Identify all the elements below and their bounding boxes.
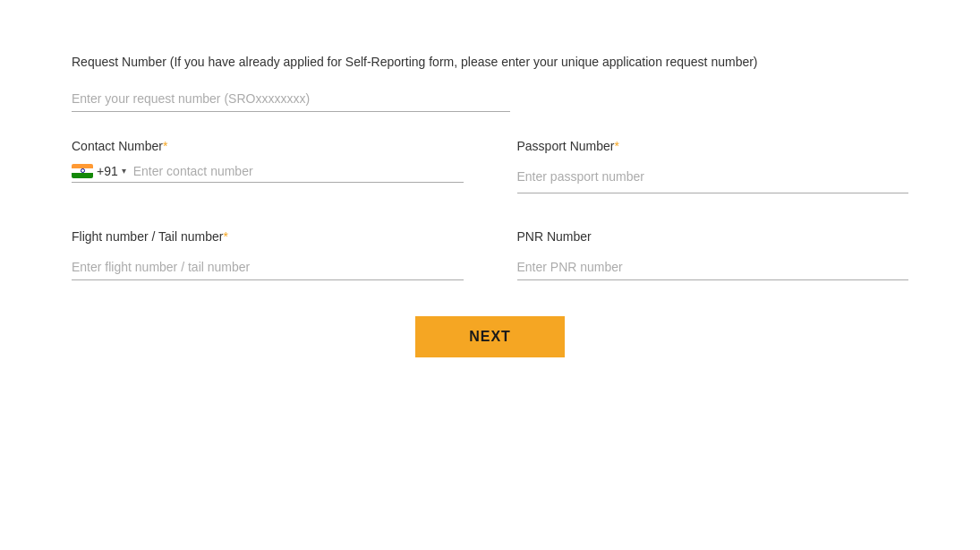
- pnr-field-group: PNR Number: [517, 229, 909, 280]
- form-container: Request Number (If you have already appl…: [72, 54, 908, 357]
- pnr-number-input[interactable]: [517, 254, 909, 280]
- next-button-wrapper: NEXT: [72, 316, 908, 357]
- flight-pnr-row: Flight number / Tail number* PNR Number: [72, 229, 908, 280]
- flight-label: Flight number / Tail number*: [72, 229, 464, 244]
- contact-field-group: Contact Number* +91 ▾: [72, 139, 464, 193]
- contact-label: Contact Number*: [72, 139, 464, 153]
- chevron-down-icon: ▾: [122, 166, 126, 176]
- request-number-label: Request Number (If you have already appl…: [72, 54, 908, 72]
- phone-input-wrapper: +91 ▾: [72, 164, 464, 183]
- flight-number-input[interactable]: [72, 254, 464, 280]
- passport-label: Passport Number*: [517, 139, 909, 153]
- contact-number-input[interactable]: [133, 164, 464, 178]
- request-number-section: Request Number (If you have already appl…: [72, 54, 908, 112]
- country-code-selector[interactable]: +91 ▾: [72, 164, 126, 178]
- flight-field-group: Flight number / Tail number*: [72, 229, 464, 280]
- request-number-input[interactable]: [72, 86, 510, 112]
- passport-input-wrapper: [517, 164, 909, 193]
- passport-field-group: Passport Number*: [517, 139, 909, 193]
- contact-passport-row: Contact Number* +91 ▾ Passport Number*: [72, 139, 908, 193]
- next-button[interactable]: NEXT: [415, 316, 565, 357]
- india-flag-icon: [72, 164, 93, 178]
- country-code-text: +91: [97, 164, 118, 178]
- pnr-label: PNR Number: [517, 229, 909, 244]
- passport-number-input[interactable]: [517, 164, 909, 189]
- request-number-input-wrapper: [72, 86, 510, 112]
